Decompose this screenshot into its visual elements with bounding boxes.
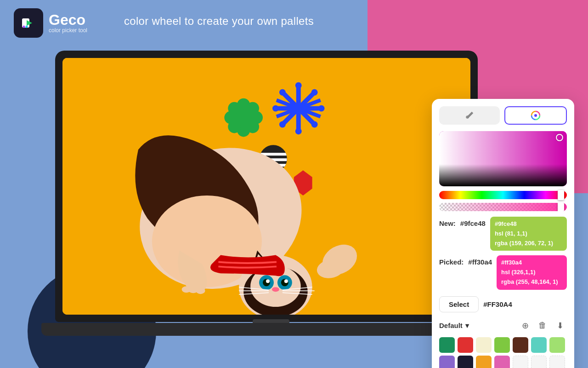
- swatch-orange[interactable]: [476, 356, 492, 368]
- swatch-light-green[interactable]: [549, 337, 565, 353]
- color-swatches: [439, 337, 567, 368]
- chevron-down-icon: ▾: [465, 322, 469, 330]
- gradient-cursor: [556, 134, 563, 141]
- delete-swatch-button[interactable]: 🗑: [536, 319, 549, 333]
- screen-content: [62, 58, 470, 315]
- svg-point-46: [266, 279, 270, 283]
- alpha-slider[interactable]: [439, 203, 567, 211]
- color-wheel-button[interactable]: [504, 106, 567, 125]
- picked-color-info: #ff30a4 hsl (326,1,1) rgba (255, 48,164,…: [497, 255, 567, 289]
- svg-point-26: [279, 89, 286, 96]
- svg-point-60: [196, 288, 205, 294]
- svg-point-24: [295, 82, 302, 89]
- header: Geco color picker tool: [14, 8, 87, 38]
- new-hex-label: #9fce48: [460, 217, 486, 227]
- swatch-lime[interactable]: [494, 337, 510, 353]
- svg-point-48: [272, 287, 279, 292]
- new-color-section: New: #9fce48 #9fce48 hsl (81, 1,1) rgba …: [439, 217, 567, 251]
- svg-point-14: [235, 109, 252, 126]
- picked-rgba-value: rgba (255, 48,164, 1): [501, 277, 562, 287]
- svg-point-64: [534, 114, 537, 117]
- svg-point-47: [284, 279, 288, 283]
- swatch-purple[interactable]: [439, 356, 455, 368]
- svg-point-61: [182, 286, 191, 293]
- new-hex-value: #9fce48: [495, 219, 562, 229]
- picked-hex-value: #ff30a4: [501, 258, 562, 268]
- new-rgba-value: rgba (159, 206, 72, 1): [495, 239, 562, 248]
- palette-actions: ⊕ 🗑 ⬇: [518, 319, 567, 333]
- laptop-notch: [253, 319, 289, 323]
- swatch-cream[interactable]: [476, 337, 492, 353]
- svg-point-21: [294, 104, 303, 113]
- svg-point-27: [311, 121, 318, 128]
- palette-name: Default: [439, 322, 463, 329]
- new-label: New:: [439, 217, 456, 227]
- swatch-empty-3[interactable]: [549, 356, 565, 368]
- svg-point-23: [318, 105, 325, 112]
- palette-dropdown[interactable]: Default ▾: [439, 322, 469, 330]
- hue-slider[interactable]: [439, 191, 567, 199]
- laptop-body: [55, 51, 478, 322]
- logo-text: Geco color picker tool: [49, 12, 87, 34]
- laptop-base: [41, 323, 492, 336]
- tagline: color wheel to create your own pallets: [124, 15, 314, 28]
- picked-hex-label: #ff30a4: [468, 255, 492, 266]
- new-color-info: #9fce48 hsl (81, 1,1) rgba (159, 206, 72…: [490, 217, 567, 251]
- add-swatch-button[interactable]: ⊕: [518, 319, 532, 333]
- laptop: [55, 51, 487, 336]
- eyedropper-button[interactable]: [439, 106, 500, 125]
- picked-label: Picked:: [439, 255, 464, 266]
- hue-thumb: [558, 190, 564, 200]
- panel-top-buttons: [439, 106, 567, 125]
- alpha-thumb: [558, 203, 564, 211]
- select-row: Select #FF30A4: [439, 296, 567, 312]
- new-hsl-value: hsl (81, 1,1): [495, 229, 562, 239]
- svg-point-25: [295, 128, 302, 134]
- swatch-empty-1[interactable]: [513, 356, 528, 368]
- swatch-brown[interactable]: [513, 337, 528, 353]
- swatch-teal[interactable]: [531, 337, 547, 353]
- palette-header: Default ▾ ⊕ 🗑 ⬇: [439, 319, 567, 333]
- gradient-canvas[interactable]: [439, 131, 567, 186]
- laptop-screen: [62, 58, 470, 315]
- select-button[interactable]: Select: [439, 296, 479, 312]
- picked-hsl-value: hsl (326,1,1): [501, 268, 562, 277]
- cat-illustration: [62, 58, 470, 315]
- swatch-empty-2[interactable]: [531, 356, 547, 368]
- alpha-gradient: [439, 203, 567, 211]
- svg-point-22: [272, 105, 279, 112]
- svg-point-4: [26, 26, 28, 28]
- picked-color-section: Picked: #ff30a4 #ff30a4 hsl (326,1,1) rg…: [439, 255, 567, 289]
- swatch-pink[interactable]: [494, 356, 510, 368]
- color-picker-panel: New: #9fce48 #9fce48 hsl (81, 1,1) rgba …: [432, 99, 574, 368]
- palette-section: Default ▾ ⊕ 🗑 ⬇: [439, 319, 567, 368]
- svg-point-29: [279, 121, 286, 128]
- gradient-dark-overlay: [439, 131, 567, 186]
- svg-point-28: [311, 89, 318, 96]
- logo-icon: [14, 8, 43, 38]
- swatch-green[interactable]: [439, 337, 455, 353]
- app-name: Geco: [49, 12, 87, 27]
- swatch-dark-navy[interactable]: [458, 356, 473, 368]
- select-color-value: #FF30A4: [483, 300, 512, 308]
- export-swatch-button[interactable]: ⬇: [553, 319, 567, 333]
- svg-point-3: [23, 26, 25, 28]
- swatch-red[interactable]: [458, 337, 473, 353]
- app-subtitle: color picker tool: [49, 27, 87, 34]
